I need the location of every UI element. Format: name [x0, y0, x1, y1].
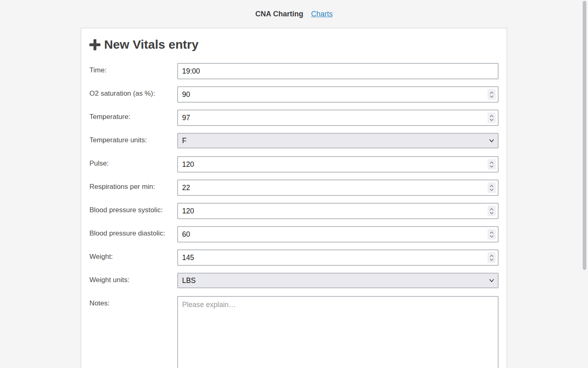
- chevron-down-icon[interactable]: [490, 165, 494, 168]
- temperature-units-label: Temperature units:: [89, 133, 177, 144]
- page-title: New Vitals entry: [104, 37, 198, 52]
- form-row-weight-units: Weight units: LBS: [89, 273, 499, 288]
- form-row-time: Time:: [89, 63, 499, 79]
- bp-systolic-input[interactable]: [177, 203, 499, 219]
- bp-diastolic-field-wrap: [177, 226, 499, 242]
- weight-units-select[interactable]: LBS: [177, 273, 499, 288]
- plus-icon: [89, 39, 100, 50]
- card-title-row: New Vitals entry: [89, 37, 499, 52]
- weight-label: Weight:: [89, 249, 177, 261]
- pulse-label: Pulse:: [89, 156, 177, 168]
- temperature-input[interactable]: [177, 110, 499, 126]
- chevron-up-icon[interactable]: [490, 92, 494, 94]
- new-vitals-card: New Vitals entry Time: O2 saturation (as…: [81, 28, 507, 368]
- pulse-input[interactable]: [177, 156, 499, 173]
- bp-systolic-label: Blood pressure systolic:: [89, 203, 177, 214]
- notes-field-wrap: [177, 296, 499, 368]
- vertical-scrollbar-thumb[interactable]: [583, 1, 586, 270]
- bp-diastolic-spinner[interactable]: [488, 229, 496, 240]
- respirations-input[interactable]: [177, 180, 499, 196]
- weight-input[interactable]: [177, 249, 499, 266]
- chevron-down-icon[interactable]: [490, 212, 494, 214]
- pulse-field-wrap: [177, 156, 499, 173]
- form-row-weight: Weight:: [89, 249, 499, 266]
- chevron-up-icon[interactable]: [490, 115, 494, 117]
- bp-diastolic-input[interactable]: [177, 226, 499, 242]
- time-input[interactable]: [177, 63, 499, 79]
- temperature-spinner[interactable]: [488, 112, 496, 123]
- weight-units-field-wrap: LBS: [177, 273, 499, 288]
- form-row-o2-saturation: O2 saturation (as %):: [89, 86, 499, 103]
- form-row-notes: Notes:: [89, 296, 499, 368]
- form-row-temperature: Temperature:: [89, 110, 499, 126]
- form-row-pulse: Pulse:: [89, 156, 499, 173]
- form-row-bp-systolic: Blood pressure systolic:: [89, 203, 499, 219]
- temperature-units-field-wrap: F: [177, 133, 499, 148]
- chevron-down-icon[interactable]: [490, 235, 494, 238]
- temperature-label: Temperature:: [89, 110, 177, 121]
- chevron-up-icon[interactable]: [490, 231, 494, 234]
- chevron-down-icon[interactable]: [490, 188, 494, 191]
- respirations-spinner[interactable]: [488, 182, 496, 193]
- o2-saturation-spinner[interactable]: [488, 89, 496, 100]
- temperature-field-wrap: [177, 110, 499, 126]
- time-field-wrap: [177, 63, 499, 79]
- weight-units-label: Weight units:: [89, 273, 177, 284]
- o2-saturation-input[interactable]: [177, 86, 499, 103]
- bp-systolic-spinner[interactable]: [488, 206, 496, 216]
- respirations-label: Respirations per min:: [89, 180, 177, 191]
- pulse-spinner[interactable]: [488, 159, 496, 170]
- form-row-bp-diastolic: Blood pressure diastolic:: [89, 226, 499, 242]
- weight-field-wrap: [177, 249, 499, 266]
- chevron-down-icon[interactable]: [490, 119, 494, 121]
- chevron-down-icon[interactable]: [490, 95, 494, 98]
- o2-saturation-field-wrap: [177, 86, 499, 103]
- time-label: Time:: [89, 63, 177, 74]
- app-title: CNA Charting: [255, 10, 303, 18]
- notes-label: Notes:: [89, 296, 177, 307]
- o2-saturation-label: O2 saturation (as %):: [89, 86, 177, 98]
- chevron-up-icon[interactable]: [490, 162, 494, 164]
- bp-systolic-field-wrap: [177, 203, 499, 219]
- chevron-up-icon[interactable]: [490, 185, 494, 187]
- weight-spinner[interactable]: [488, 252, 496, 263]
- respirations-field-wrap: [177, 180, 499, 196]
- form-row-temperature-units: Temperature units: F: [89, 133, 499, 148]
- chevron-down-icon[interactable]: [490, 258, 494, 261]
- chevron-up-icon[interactable]: [490, 208, 494, 211]
- page-header: CNA ChartingCharts: [0, 0, 588, 18]
- chevron-up-icon[interactable]: [490, 255, 494, 257]
- temperature-units-select[interactable]: F: [177, 133, 499, 148]
- form-row-respirations: Respirations per min:: [89, 180, 499, 196]
- notes-textarea[interactable]: [177, 296, 499, 368]
- bp-diastolic-label: Blood pressure diastolic:: [89, 226, 177, 238]
- charts-link[interactable]: Charts: [311, 10, 333, 18]
